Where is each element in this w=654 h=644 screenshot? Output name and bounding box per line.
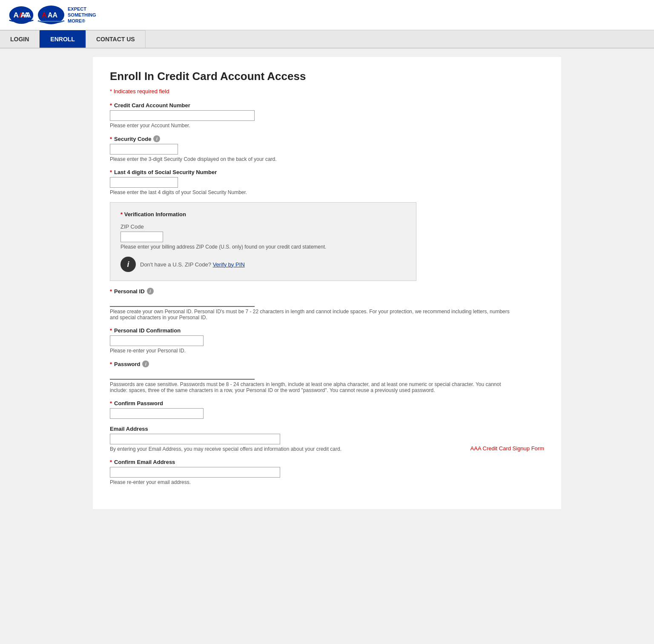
zip-code-input[interactable] xyxy=(120,232,163,242)
security-code-label: * Security Code i xyxy=(110,135,544,142)
email-label: Email Address xyxy=(110,426,544,432)
nav-enroll[interactable]: ENROLL xyxy=(40,30,86,48)
aaa-logo: AAA A AA xyxy=(9,4,34,26)
confirm-password-group: * Confirm Password xyxy=(110,400,544,419)
required-note: * Indicates required field xyxy=(110,88,544,94)
zip-code-label: ZIP Code xyxy=(120,223,406,230)
account-number-group: * Credit Card Account Number Please ente… xyxy=(110,102,544,129)
header: AAA A AA A AA EXPECTSOMETHINGMORE® xyxy=(0,0,654,30)
personal-id-help-icon[interactable]: i xyxy=(147,288,154,295)
account-number-help: Please enter your Account Number. xyxy=(110,123,544,129)
confirm-password-label: * Confirm Password xyxy=(110,400,544,406)
confirm-email-group: * Confirm Email Address Please re-enter … xyxy=(110,459,544,485)
zip-code-group: ZIP Code Please enter your billing addre… xyxy=(120,223,406,250)
ssn-last4-group: * Last 4 digits of Social Security Numbe… xyxy=(110,169,544,195)
verification-box: * Verification Information ZIP Code Plea… xyxy=(110,202,416,281)
personal-id-input[interactable] xyxy=(110,296,255,307)
personal-id-confirm-help: Please re-enter your Personal ID. xyxy=(110,348,544,354)
verify-by-pin-row: i Don't have a U.S. ZIP Code? Verify by … xyxy=(120,257,406,272)
security-code-help: Please enter the 3-digit Security Code d… xyxy=(110,156,544,162)
svg-text:AA: AA xyxy=(20,11,31,19)
confirm-email-label: * Confirm Email Address xyxy=(110,459,544,465)
security-code-help-icon[interactable]: i xyxy=(153,135,160,142)
verification-title: * Verification Information xyxy=(120,211,406,218)
signup-form-link[interactable]: AAA Credit Card Signup Form xyxy=(470,445,544,452)
personal-id-help: Please create your own Personal ID. Pers… xyxy=(110,309,510,321)
aaa-emblem: A AA xyxy=(37,5,65,25)
account-number-input[interactable] xyxy=(110,110,255,121)
confirm-email-input[interactable] xyxy=(110,467,280,478)
personal-id-label: * Personal ID i xyxy=(110,288,544,295)
ssn-last4-label: * Last 4 digits of Social Security Numbe… xyxy=(110,169,544,175)
verify-by-pin-link[interactable]: Verify by PIN xyxy=(213,261,245,268)
logo-area: AAA A AA A AA EXPECTSOMETHINGMORE® xyxy=(9,4,96,26)
account-number-label: * Credit Card Account Number xyxy=(110,102,544,109)
ssn-last4-help: Please enter the last 4 digits of your S… xyxy=(110,189,544,195)
security-code-group: * Security Code i Please enter the 3-dig… xyxy=(110,135,544,162)
email-input[interactable] xyxy=(110,434,280,444)
email-group: Email Address By entering your Email Add… xyxy=(110,426,544,452)
password-help: Passwords are case sensitive. Passwords … xyxy=(110,381,510,393)
navigation: LOGIN ENROLL CONTACT US xyxy=(0,30,654,49)
security-code-input[interactable] xyxy=(110,144,178,155)
no-zip-text: Don't have a U.S. ZIP Code? Verify by PI… xyxy=(140,261,245,268)
info-icon: i xyxy=(120,257,136,272)
password-label: * Password i xyxy=(110,361,544,367)
password-input[interactable] xyxy=(110,369,255,380)
confirm-email-help: Please re-enter your email address. xyxy=(110,479,544,485)
password-help-icon[interactable]: i xyxy=(142,361,149,367)
page-title: Enroll In Credit Card Account Access xyxy=(110,70,544,83)
nav-login[interactable]: LOGIN xyxy=(0,30,40,48)
svg-text:AA: AA xyxy=(48,11,58,19)
logo-tagline: EXPECTSOMETHINGMORE® xyxy=(68,6,96,24)
password-group: * Password i Passwords are case sensitiv… xyxy=(110,361,544,393)
main-content: Enroll In Credit Card Account Access * I… xyxy=(93,57,561,509)
personal-id-confirm-label: * Personal ID Confirmation xyxy=(110,327,544,334)
personal-id-group: * Personal ID i Please create your own P… xyxy=(110,288,544,321)
nav-contact-us[interactable]: CONTACT US xyxy=(86,30,146,48)
personal-id-confirm-group: * Personal ID Confirmation Please re-ent… xyxy=(110,327,544,354)
email-help: By entering your Email Address, you may … xyxy=(110,446,399,452)
ssn-last4-input[interactable] xyxy=(110,177,178,188)
confirm-password-input[interactable] xyxy=(110,408,204,419)
svg-text:A: A xyxy=(42,11,47,19)
zip-code-help: Please enter your billing address ZIP Co… xyxy=(120,244,406,250)
personal-id-confirm-input[interactable] xyxy=(110,335,204,346)
